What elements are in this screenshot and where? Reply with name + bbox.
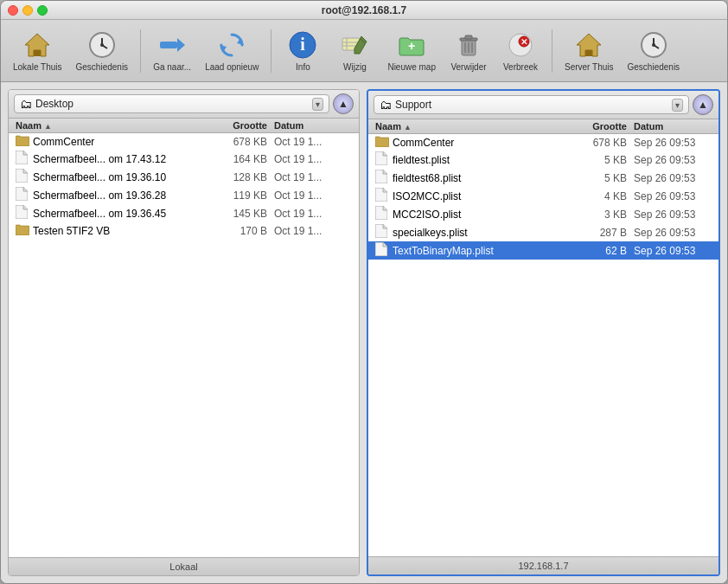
arrow-right-icon [156,29,188,61]
remote-file-list-header: Naam ▲ Grootte Datum [368,119,718,134]
local-col-name: Naam ▲ [16,120,214,131]
table-row[interactable]: ISO2MCC.plist 4 KB Sep 26 09:53 [368,187,718,205]
local-folder-arrow[interactable]: ▾ [312,98,323,111]
table-row[interactable]: fieldtest.plist 5 KB Sep 26 09:53 [368,151,718,169]
remote-folder-icon: 🗂 [380,98,392,112]
nieuwe-map-label: Nieuwe map [387,62,436,72]
svg-rect-29 [585,50,592,56]
house-icon [22,29,53,61]
trash-icon [453,29,484,61]
svg-marker-7 [177,38,185,52]
wijzig-button[interactable]: Wijzig [330,25,379,77]
table-row[interactable]: fieldtest68.plist 5 KB Sep 26 09:53 [368,169,718,187]
laad-opnieuw-button[interactable]: Laad opnieuw [200,25,264,77]
svg-text:+: + [408,39,415,53]
separator-2 [271,29,271,73]
table-row[interactable]: Schermafbeel... om 17.43.12 164 KB Oct 1… [9,150,359,168]
geschiedenis-local-button[interactable]: Geschiedenis [71,25,134,77]
info-icon: i [287,29,318,61]
traffic-lights [8,5,48,16]
toolbar: Lokale Thuis Geschiedenis [1,20,727,82]
local-folder-select[interactable]: 🗂 Desktop ▾ [14,94,329,113]
remote-panel-header: 🗂 Support ▾ ▲ [368,91,718,119]
lokaal-thuis-label: Lokale Thuis [13,62,62,72]
maximize-button[interactable] [37,5,48,16]
new-folder-icon: + [396,29,427,61]
remote-folder-select[interactable]: 🗂 Support ▾ [374,95,689,114]
lokaal-thuis-button[interactable]: Lokale Thuis [8,25,67,77]
nieuwe-map-button[interactable]: + Nieuwe map [382,25,441,77]
file-icon [375,170,391,186]
file-name: Schermafbeel... om 17.43.12 [33,153,214,165]
window-title: root@192.168.1.7 [322,4,406,16]
local-panel: 🗂 Desktop ▾ ▲ Naam ▲ Grootte Datum Comm [8,89,360,576]
local-panel-footer: Lokaal [9,557,359,575]
file-name: MCC2ISO.plist [393,209,573,221]
local-nav-up-button[interactable]: ▲ [333,93,354,114]
file-date: Sep 26 09:53 [634,154,712,166]
clock-icon [86,29,118,61]
file-size: 119 KB [214,189,274,202]
svg-text:✕: ✕ [520,37,527,47]
table-row[interactable]: CommCenter 678 KB Oct 19 1... [9,133,359,150]
remote-panel-footer: 192.168.1.7 [368,556,718,574]
server-thuis-button[interactable]: Server Thuis [559,25,619,77]
file-date: Oct 19 1... [274,153,352,165]
file-size: 62 B [573,245,634,257]
local-col-date: Datum [274,120,352,131]
file-size: 128 KB [214,171,274,183]
file-size: 164 KB [214,153,274,165]
minimize-button[interactable] [22,5,33,16]
file-date: Oct 19 1... [274,225,352,237]
remote-folder-arrow[interactable]: ▾ [672,99,683,112]
info-button[interactable]: i Info [278,25,327,77]
file-name: CommCenter [393,137,573,149]
file-date: Sep 26 09:53 [634,172,712,184]
local-folder-name: Desktop [35,98,73,110]
laad-opnieuw-label: Laad opnieuw [205,62,259,72]
geschiedenis-server-button[interactable]: Geschiedenis [623,25,686,77]
table-row[interactable]: Schermafbeel... om 19.36.10 128 KB Oct 1… [9,168,359,186]
file-icon [375,151,391,168]
file-size: 4 KB [573,190,634,202]
local-col-size: Grootte [214,120,274,131]
remote-col-date: Datum [634,121,712,132]
clock-server-icon [638,29,669,61]
file-size: 170 B [214,225,274,237]
remote-panel: 🗂 Support ▾ ▲ Naam ▲ Grootte Datum Comm [367,89,720,576]
svg-point-33 [652,43,655,47]
table-row[interactable]: Schermafbeel... om 19.36.45 145 KB Oct 1… [9,204,359,222]
geschiedenis-server-label: Geschiedenis [628,62,680,72]
pencil-icon [339,29,370,61]
local-footer-text: Lokaal [169,562,197,572]
table-row[interactable]: CommCenter 678 KB Sep 26 09:53 [368,134,718,151]
file-name: specialkeys.plist [393,227,573,239]
table-row[interactable]: Testen 5TIF2 VB 170 B Oct 19 1... [9,222,359,239]
file-icon [16,134,31,149]
svg-rect-6 [160,42,177,48]
table-row[interactable]: specialkeys.plist 287 B Sep 26 09:53 [368,223,718,241]
file-date: Sep 26 09:53 [634,209,712,221]
main-window: root@192.168.1.7 Lokale Thuis [0,0,728,584]
file-icon [375,188,391,204]
close-button[interactable] [8,5,18,16]
separator-1 [140,29,141,73]
file-date: Oct 19 1... [274,136,352,148]
separator-3 [552,29,552,73]
remote-nav-up-button[interactable]: ▲ [693,94,713,115]
remote-col-size: Grootte [573,121,634,132]
file-name: CommCenter [33,136,214,148]
table-row[interactable]: MCC2ISO.plist 3 KB Sep 26 09:53 [368,205,718,223]
file-size: 678 KB [214,136,274,148]
file-icon [375,224,391,241]
table-row[interactable]: TextToBinaryMap.plist 62 B Sep 26 09:53 [368,241,718,260]
table-row[interactable]: Schermafbeel... om 19.36.28 119 KB Oct 1… [9,186,359,204]
verbreek-button[interactable]: ✕ Verbreek [496,25,545,77]
svg-rect-1 [34,50,41,56]
remote-file-list: CommCenter 678 KB Sep 26 09:53 fieldtest… [368,134,718,556]
verwijder-button[interactable]: Verwijder [444,25,493,77]
file-size: 3 KB [573,209,634,221]
ga-naar-button[interactable]: Ga naar... [148,25,196,77]
file-size: 678 KB [573,137,634,149]
file-size: 145 KB [214,208,274,220]
